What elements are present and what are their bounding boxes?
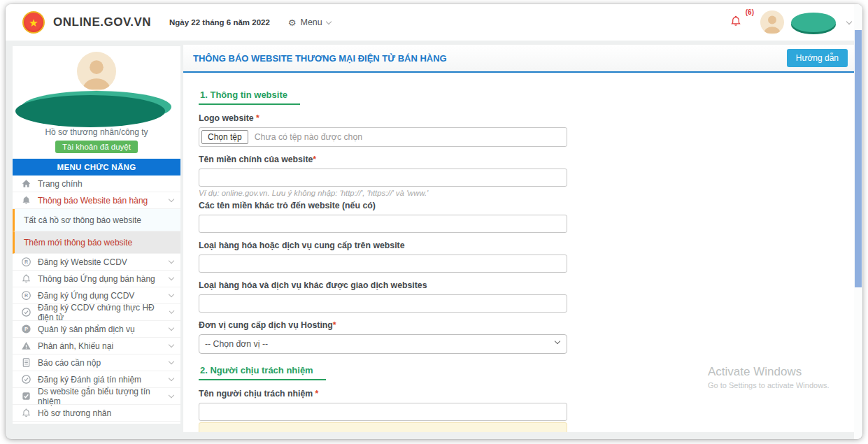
goods-group: Loại hàng hóa hoặc dịch vụ cung cấp trên… [199, 241, 567, 273]
chevron-down-icon [169, 325, 174, 331]
chevron-down-icon [169, 342, 174, 348]
other-domains-label: Các tên miền khác trỏ đến website (nếu c… [199, 201, 567, 210]
warning-icon [21, 341, 31, 351]
check-circle-icon [21, 307, 31, 317]
required-asterisk: * [313, 389, 318, 399]
registered-icon: R [21, 290, 31, 301]
chevron-down-icon [169, 292, 174, 297]
svg-text:R: R [24, 259, 28, 264]
svg-text:P: P [24, 326, 28, 332]
person-icon [760, 10, 784, 34]
chevron-down-icon[interactable] [846, 18, 852, 24]
logo-website-group: Logo website * Chọn tệp Chưa có tệp nào … [199, 113, 567, 147]
header-date: Ngày 22 tháng 6 năm 2022 [169, 18, 270, 27]
top-header-bar: ★ ONLINE.GOV.VN Ngày 22 tháng 6 năm 2022… [6, 4, 862, 41]
hosting-select[interactable]: -- Chọn đơn vị -- [199, 334, 567, 354]
primary-domain-group: Tên miền chính của website* Ví dụ: onlin… [199, 155, 567, 197]
profile-company-link[interactable]: Hồ sơ thương nhân/công ty [13, 127, 180, 137]
bell-icon [21, 195, 31, 206]
sidebar-item-dang-ky-website-ccdv[interactable]: R Đăng ký Website CCDV [13, 254, 180, 271]
other-domains-group: Các tên miền khác trỏ đến website (nếu c… [199, 201, 567, 233]
chevron-down-icon [169, 196, 174, 202]
hosting-group: Đơn vị cung cấp dịch vụ Hosting* -- Chọn… [199, 320, 567, 354]
hosting-select-wrap: -- Chọn đơn vị -- [199, 334, 567, 354]
chevron-down-icon [169, 359, 174, 364]
sidebar-item-ho-so-thuong-nhan[interactable]: Hồ sơ thương nhân [13, 405, 180, 422]
home-icon [21, 178, 31, 189]
account-status-badge: Tài khoản đã duyệt [55, 141, 138, 153]
other-domains-input[interactable] [199, 215, 567, 233]
svg-text:R: R [24, 293, 28, 298]
bell-outline-icon [21, 408, 31, 418]
responsible-name-group: Tên người chịu trách nhiệm * [199, 389, 567, 421]
bell-icon [730, 15, 742, 27]
chevron-down-icon [169, 375, 174, 381]
sidebar-item-ds-website-tin-nhiem[interactable]: Ds website gắn biểu tượng tín nhiệm [13, 388, 180, 405]
vietnam-emblem-logo[interactable]: ★ [22, 11, 45, 34]
gear-icon: ⚙ [288, 17, 297, 28]
report-icon [21, 357, 31, 368]
registered-icon: R [21, 257, 31, 267]
main-title-bar: THÔNG BÁO WEBSITE THƯƠNG MẠI ĐIỆN TỬ BÁN… [183, 45, 856, 73]
main-content-card: THÔNG BÁO WEBSITE THƯƠNG MẠI ĐIỆN TỬ BÁN… [183, 45, 856, 432]
help-button[interactable]: Hướng dẫn [787, 49, 848, 67]
scrollbar-thumb[interactable] [855, 30, 862, 287]
other-goods-input[interactable] [199, 294, 567, 313]
primary-domain-label: Tên miền chính của website* [199, 155, 567, 164]
chevron-down-icon [326, 18, 332, 24]
required-asterisk: * [254, 113, 259, 123]
header-menu-dropdown[interactable]: ⚙ Menu [288, 17, 331, 28]
sidebar-item-dang-ky-ccdv-chung-thuc[interactable]: Đăng ký CCDV chứng thực HĐ điện tử [13, 304, 180, 321]
required-asterisk: * [313, 155, 316, 164]
goods-label: Loại hàng hóa hoặc dịch vụ cung cấp trên… [199, 241, 567, 250]
notification-bell-button[interactable]: (6) [730, 15, 742, 30]
goods-input[interactable] [199, 255, 567, 273]
sidebar-item-thong-bao-ung-dung[interactable]: Thông báo Ứng dụng bán hàng [13, 271, 180, 287]
profile-avatar [77, 52, 116, 91]
chevron-down-icon [169, 275, 174, 280]
section-title-website-info: 1. Thông tin website [199, 89, 300, 105]
person-icon [77, 52, 116, 91]
header-menu-label: Menu [300, 17, 322, 27]
form-body: 1. Thông tin website Logo website * Chọn… [183, 74, 856, 432]
responsible-name-label: Tên người chịu trách nhiệm * [199, 389, 567, 399]
checkbox-icon [21, 391, 31, 401]
other-goods-group: Loại hàng hóa và dịch vụ khác được giao … [199, 280, 567, 313]
user-avatar[interactable] [760, 10, 784, 34]
header-right-cluster: (6) [730, 10, 851, 34]
sidebar-item-quan-ly-san-pham[interactable]: P Quản lý sản phẩm dịch vụ [13, 321, 180, 338]
sidebar-item-dang-ky-danh-gia[interactable]: Đăng ký Đánh giá tín nhiệm [13, 371, 180, 388]
sidebar-item-trang-chinh[interactable]: Trang chính [13, 176, 180, 192]
logo-website-label: Logo website * [199, 113, 567, 123]
required-asterisk: * [333, 320, 336, 330]
other-goods-label: Loại hàng hóa và dịch vụ khác được giao … [199, 280, 567, 290]
bell-outline-icon [21, 273, 31, 284]
sidebar: Hồ sơ thương nhân/công ty Tài khoản đã d… [13, 46, 180, 424]
chevron-down-icon [169, 308, 174, 314]
sidebar-item-bao-cao-can-nop[interactable]: Báo cáo cần nộp [13, 355, 180, 371]
section-title-responsible-person: 2. Người chịu trách nhiệm [199, 365, 326, 380]
sidebar-menu-header: MENU CHỨC NĂNG [13, 159, 180, 176]
responsible-name-input[interactable] [199, 403, 567, 421]
site-brand[interactable]: ONLINE.GOV.VN [53, 15, 151, 29]
scrollbar-track[interactable] [854, 4, 862, 439]
sidebar-subitem-tat-ca-ho-so[interactable]: Tất cả hồ sơ thông báo website [13, 209, 180, 231]
sidebar-item-dang-ky-ung-dung-ccdv[interactable]: R Đăng ký Ứng dụng CCDV [13, 287, 180, 304]
sidebar-item-phan-anh-khieu-nai[interactable]: Phản ánh, Khiếu nại [13, 338, 180, 355]
username-redaction-overlay [791, 13, 836, 32]
sidebar-subitem-them-moi[interactable]: Thêm mới thông báo website [13, 231, 180, 254]
info-alert-box [199, 422, 567, 432]
p-circle-icon: P [21, 324, 31, 334]
domain-hint: Ví dụ: online.gov.vn. Lưu ý không nhập: … [199, 189, 567, 197]
logo-file-input[interactable]: Chọn tệp Chưa có tệp nào được chọn [199, 127, 567, 147]
sidebar-item-thong-bao-website[interactable]: Thông báo Website bán hàng [13, 192, 180, 209]
page-title: THÔNG BÁO WEBSITE THƯƠNG MẠI ĐIỆN TỬ BÁN… [193, 53, 447, 64]
chevron-down-icon [169, 392, 174, 398]
hosting-label: Đơn vị cung cấp dịch vụ Hosting* [199, 320, 567, 330]
check-circle-icon [21, 374, 31, 385]
primary-domain-input[interactable] [199, 169, 567, 187]
chevron-down-icon [169, 258, 174, 264]
choose-file-button[interactable]: Chọn tệp [201, 130, 248, 144]
notification-count-badge: (6) [746, 8, 754, 16]
profile-name-redaction-overlay [22, 91, 171, 123]
